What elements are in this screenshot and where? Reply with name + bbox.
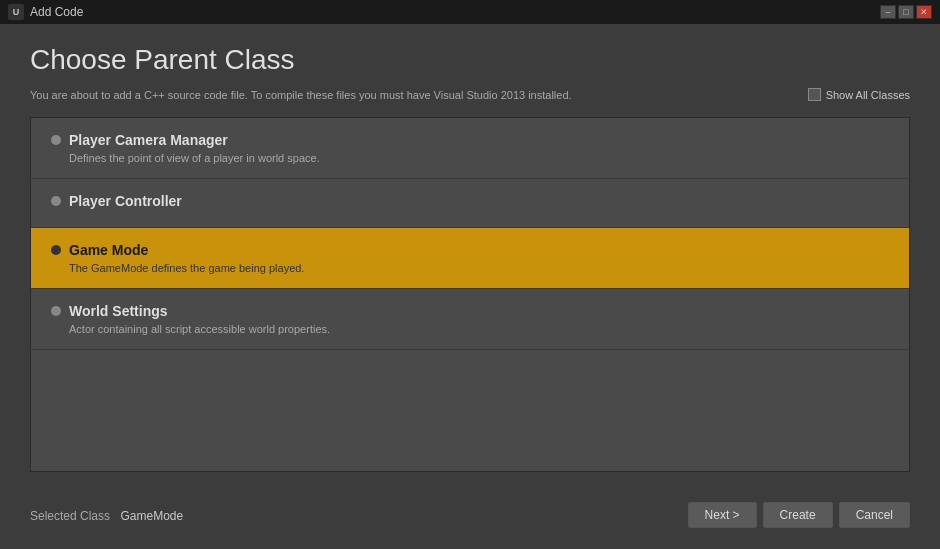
class-dot-player-controller — [51, 196, 61, 206]
class-list-container: Player Camera Manager Defines the point … — [30, 117, 910, 472]
class-item-game-mode[interactable]: Game Mode The GameMode defines the game … — [31, 228, 909, 289]
create-button[interactable]: Create — [763, 502, 833, 528]
window-title: Add Code — [30, 5, 83, 19]
class-desc-player-camera-manager: Defines the point of view of a player in… — [51, 152, 889, 164]
show-all-label: Show All Classes — [826, 89, 910, 101]
page-title: Choose Parent Class — [30, 44, 910, 76]
footer: Selected Class GameMode Next > Create Ca… — [0, 492, 940, 538]
class-dot-game-mode — [51, 245, 61, 255]
title-bar: U Add Code – □ ✕ — [0, 0, 940, 24]
show-all-checkbox[interactable] — [808, 88, 821, 101]
class-dot-player-camera-manager — [51, 135, 61, 145]
class-desc-game-mode: The GameMode defines the game being play… — [51, 262, 889, 274]
next-button[interactable]: Next > — [688, 502, 757, 528]
class-dot-world-settings — [51, 306, 61, 316]
class-item-player-controller[interactable]: Player Controller — [31, 179, 909, 228]
class-item-player-camera-manager[interactable]: Player Camera Manager Defines the point … — [31, 118, 909, 179]
ue-logo: U — [8, 4, 24, 20]
maximize-button[interactable]: □ — [898, 5, 914, 19]
minimize-button[interactable]: – — [880, 5, 896, 19]
selected-class-value: GameMode — [121, 509, 184, 523]
selected-class-label: Selected Class — [30, 509, 110, 523]
class-name-world-settings: World Settings — [69, 303, 168, 319]
class-item-world-settings[interactable]: World Settings Actor containing all scri… — [31, 289, 909, 350]
subtitle-text: You are about to add a C++ source code f… — [30, 89, 572, 101]
class-list[interactable]: Player Camera Manager Defines the point … — [31, 118, 909, 471]
class-name-player-controller: Player Controller — [69, 193, 182, 209]
class-name-game-mode: Game Mode — [69, 242, 148, 258]
cancel-button[interactable]: Cancel — [839, 502, 910, 528]
class-name-player-camera-manager: Player Camera Manager — [69, 132, 228, 148]
class-desc-world-settings: Actor containing all script accessible w… — [51, 323, 889, 335]
close-button[interactable]: ✕ — [916, 5, 932, 19]
